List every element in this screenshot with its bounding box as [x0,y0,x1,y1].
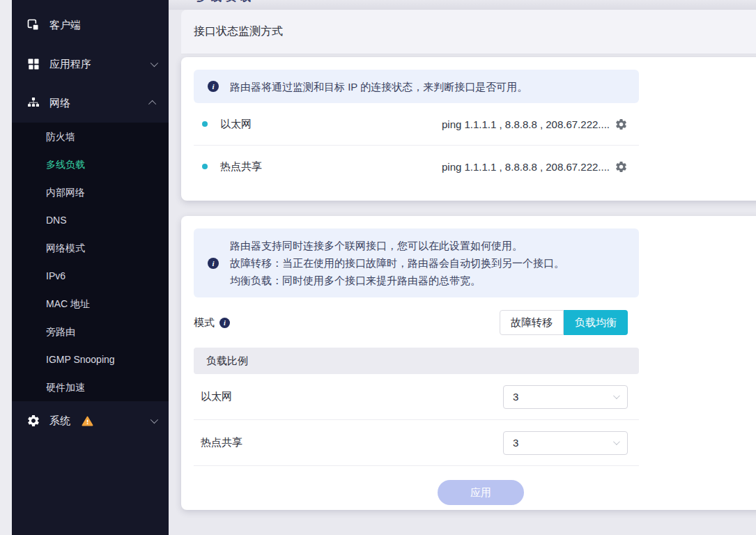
chevron-down-icon [613,392,620,399]
network-icon [26,96,40,110]
sidebar: 客户端 应用程序 网络 防火墙 多线负载 内部网络 DNS 网络模式 IPv6 … [12,0,169,535]
sidebar-item-igmp-snooping[interactable]: IGMP Snooping [12,346,169,373]
sidebar-item-apps[interactable]: 应用程序 [12,45,169,84]
settings-gear-icon[interactable] [615,118,628,131]
network-submenu: 防火墙 多线负载 内部网络 DNS 网络模式 IPv6 MAC 地址 旁路由 I… [12,123,169,401]
sidebar-item-label: 应用程序 [49,58,91,71]
sidebar-item-multiwan[interactable]: 多线负载 [12,150,169,178]
interface-name: 以太网 [201,390,232,403]
ratio-select-tethering[interactable]: 3 [503,431,628,455]
card-header-monitor: 接口状态监测方式 [181,10,756,54]
ping-targets: ping 1.1.1.1 , 8.8.8.8 , 208.67.222.... [442,118,610,130]
chevron-down-icon [151,59,158,67]
selected-value: 3 [513,391,518,403]
sidebar-item-label: 系统 [49,414,70,428]
multiwan-info-text: 路由器支持同时连接多个联网接口，您可以在此设置如何使用。 故障转移：当正在使用的… [230,237,564,289]
monitor-info-banner: i 路由器将通过监测和目标 IP 的连接状态，来判断接口是否可用。 [194,70,639,103]
multiwan-info-banner: i 路由器支持同时连接多个联网接口，您可以在此设置如何使用。 故障转移：当正在使… [194,228,639,297]
page-title: 接口状态监测方式 [194,24,283,39]
settings-gear-icon[interactable] [615,160,628,173]
clients-icon [26,18,40,32]
sidebar-item-dns[interactable]: DNS [12,206,169,234]
sidebar-item-side-router[interactable]: 旁路由 [12,318,169,346]
info-line: 均衡负载：同时使用多个接口来提升路由器的总带宽。 [230,272,564,289]
status-dot [202,164,208,169]
gear-icon [26,414,40,428]
chevron-up-icon [148,100,156,108]
mode-label-text: 模式 [194,316,215,329]
interface-name: 热点共享 [220,160,262,173]
ratio-select-ethernet[interactable]: 3 [503,385,628,409]
chevron-down-icon [613,438,620,445]
mode-failover-button[interactable]: 故障转移 [500,310,564,335]
ping-targets: ping 1.1.1.1 , 8.8.8.8 , 208.67.222.... [442,161,610,173]
ratio-section-header: 负载比例 [194,348,639,374]
sidebar-item-lan[interactable]: 内部网络 [12,178,169,206]
monitor-row-tethering: 热点共享 ping 1.1.1.1 , 8.8.8.8 , 208.67.222… [194,146,639,187]
sidebar-item-label: 网络 [49,97,70,110]
main-content: 多线负载 接口状态监测方式 i 路由器将通过监测和目标 IP 的连接状态，来判断… [169,0,756,535]
interface-name: 以太网 [220,118,252,131]
mode-label: 模式 i [194,316,230,329]
sidebar-item-network-mode[interactable]: 网络模式 [12,234,169,262]
info-line: 路由器支持同时连接多个联网接口，您可以在此设置如何使用。 [230,237,564,254]
sidebar-item-hw-acceleration[interactable]: 硬件加速 [12,373,169,401]
info-line: 故障转移：当正在使用的接口故障时，路由器会自动切换到另一个接口。 [230,254,564,272]
sidebar-item-mac-address[interactable]: MAC 地址 [12,290,169,318]
ratio-row-tethering: 热点共享 3 [194,420,639,465]
chevron-down-icon [151,416,158,424]
sidebar-item-ipv6[interactable]: IPv6 [12,262,169,290]
monitor-info-text: 路由器将通过监测和目标 IP 的连接状态，来判断接口是否可用。 [230,78,527,95]
mode-segmented-control: 故障转移 负载均衡 [500,310,628,335]
sidebar-item-clients[interactable]: 客户端 [12,6,169,45]
info-icon: i [208,258,219,269]
status-dot [202,121,208,127]
top-strip: 多线负载 [169,0,756,10]
info-icon: i [208,81,219,92]
apply-button[interactable]: 应用 [438,480,524,505]
ratio-row-ethernet: 以太网 3 [194,374,639,419]
apps-icon [26,57,40,71]
sidebar-item-label: 客户端 [49,19,81,32]
info-icon[interactable]: i [219,318,230,328]
sidebar-item-firewall[interactable]: 防火墙 [12,123,169,150]
sidebar-item-network[interactable]: 网络 [12,84,169,123]
selected-value: 3 [513,437,518,449]
mode-row: 模式 i 故障转移 负载均衡 [194,297,639,348]
interface-name: 热点共享 [201,436,242,449]
monitor-card: i 路由器将通过监测和目标 IP 的连接状态，来判断接口是否可用。 以太网 pi… [181,57,756,201]
warning-icon [82,415,93,427]
monitor-row-ethernet: 以太网 ping 1.1.1.1 , 8.8.8.8 , 208.67.222.… [194,103,639,145]
sidebar-item-system[interactable]: 系统 [12,401,169,440]
clipped-page-title: 多线负载 [196,0,255,4]
divider [194,465,639,466]
multiwan-card: i 路由器支持同时连接多个联网接口，您可以在此设置如何使用。 故障转移：当正在使… [181,216,756,510]
mode-load-balance-button[interactable]: 负载均衡 [564,310,628,335]
